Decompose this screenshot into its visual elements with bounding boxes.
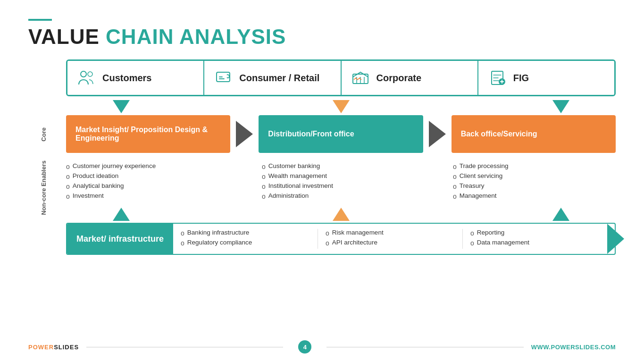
right-arrow-2: [429, 121, 446, 147]
enabler-item: o Trade processing: [453, 162, 611, 170]
customers-icon: [76, 67, 97, 88]
nce-label: Non-core Enablers: [40, 160, 50, 215]
infra-col-2: o Risk management o API architecture: [318, 229, 462, 249]
down-arrow-teal-1: [113, 100, 130, 113]
title-bar: VALUE CHAIN ANALYSIS: [28, 19, 616, 48]
infra-content: o Banking infrastructure o Regulatory co…: [173, 224, 607, 254]
core-box-3: Back office/Servicing: [452, 115, 616, 153]
infra-label: Market/ infrastructure: [67, 224, 173, 254]
up-arrow-col-3: [506, 208, 616, 221]
core-row: Market Insight/ Proposition Design & Eng…: [66, 115, 616, 153]
segment-consumer-retail: Consumer / Retail: [204, 61, 341, 95]
nce-section: Non-core Enablers o Customer journey exp…: [28, 156, 616, 255]
infra-item: o Regulatory compliance: [181, 239, 310, 247]
enabler-item: o Analytical banking: [66, 182, 224, 190]
core-label-container: Core: [28, 115, 66, 153]
title-word2: CHAIN ANALYSIS: [106, 25, 286, 48]
title-accent: [28, 19, 52, 21]
up-arrows-row: [66, 207, 616, 223]
arrow-col-5: [506, 100, 616, 113]
segment-customers: Customers: [67, 61, 204, 95]
enabler-col-1: o Customer journey experience o Product …: [66, 162, 229, 202]
segment-corporate: Corporate: [342, 61, 478, 95]
up-arrow-teal-2: [552, 208, 569, 221]
footer-brand: POWERSLIDES: [28, 344, 79, 351]
svg-rect-2: [217, 72, 230, 82]
enablers-bullets-row: o Customer journey experience o Product …: [66, 156, 616, 207]
footer-line-left: [86, 347, 283, 347]
core-box-2: Distribution/Front office: [259, 115, 423, 153]
infra-col-3: o Reporting o Data management: [462, 229, 607, 249]
arrow-col-3: [286, 100, 396, 113]
up-arrow-orange-1: [333, 208, 350, 221]
segments-row: Customers Consumer / Retail Corporate: [66, 59, 616, 96]
footer-brand-power: POWER: [28, 344, 54, 351]
infra-item: o API architecture: [326, 239, 455, 247]
footer-brand-slides: SLIDES: [54, 344, 79, 351]
footer: POWERSLIDES 4 WWW.POWERSLIDES.COM: [28, 340, 616, 354]
enabler-col-3: o Trade processing o Client servicing o …: [425, 162, 616, 202]
core-box-1: Market Insight/ Proposition Design & Eng…: [66, 115, 230, 153]
nce-label-container: Non-core Enablers: [28, 156, 66, 215]
footer-url: WWW.POWERSLIDES.COM: [531, 344, 616, 351]
enabler-col-2: o Customer banking o Wealth management o…: [229, 162, 425, 202]
segment-consumer-retail-label: Consumer / Retail: [239, 73, 319, 84]
down-arrows-row: [66, 96, 616, 115]
nce-content: o Customer journey experience o Product …: [66, 156, 616, 255]
infra-item: o Banking infrastructure: [181, 229, 310, 237]
core-section: Core Market Insight/ Proposition Design …: [28, 115, 616, 153]
up-arrow-col-1: [66, 208, 176, 221]
segment-customers-label: Customers: [102, 73, 151, 84]
page-title: VALUE CHAIN ANALYSIS: [28, 25, 616, 48]
core-label: Core: [40, 127, 50, 142]
up-arrow-col-2: [286, 208, 396, 221]
arrow-col-1: [66, 100, 176, 113]
slide: VALUE CHAIN ANALYSIS Customers Consumer …: [0, 0, 644, 362]
title-word1: VALUE: [28, 25, 100, 48]
svg-point-1: [88, 72, 92, 76]
arrow-between-2-3: [423, 121, 452, 147]
arrow-between-1-2: [230, 121, 259, 147]
down-arrow-teal-2: [552, 100, 569, 113]
infra-col-1: o Banking infrastructure o Regulatory co…: [173, 229, 318, 249]
enabler-item: o Investment: [66, 192, 224, 200]
fig-icon: [487, 67, 508, 88]
infra-item: o Data management: [470, 239, 600, 247]
enabler-item: o Client servicing: [453, 172, 611, 180]
infra-end-arrow: [607, 224, 624, 254]
footer-line-right: [326, 347, 523, 347]
right-arrow-1: [236, 121, 253, 147]
segment-fig-label: FIG: [513, 73, 529, 84]
enabler-item: o Wealth management: [262, 172, 420, 180]
up-arrow-teal-1: [113, 208, 130, 221]
infra-item: o Reporting: [470, 229, 600, 237]
segment-fig: FIG: [478, 61, 614, 95]
enabler-item: o Product ideation: [66, 172, 224, 180]
infrastructure-bar: Market/ infrastructure o Banking infrast…: [66, 223, 616, 255]
consumer-retail-icon: [213, 67, 234, 88]
enabler-item: o Administration: [262, 192, 420, 200]
enabler-item: o Institutional investment: [262, 182, 420, 190]
infra-item: o Risk management: [326, 229, 455, 237]
enabler-item: o Management: [453, 192, 611, 200]
arrow-col-2: [176, 100, 286, 113]
footer-page-number: 4: [298, 340, 311, 354]
enabler-item: o Customer journey experience: [66, 162, 224, 170]
enabler-item: o Customer banking: [262, 162, 420, 170]
corporate-icon: [350, 67, 371, 88]
up-arrow-spacer-1: [176, 208, 286, 221]
arrow-col-4: [396, 100, 506, 113]
core-boxes-area: Market Insight/ Proposition Design & Eng…: [66, 115, 616, 153]
down-arrow-orange-1: [333, 100, 350, 113]
enabler-item: o Treasury: [453, 182, 611, 190]
segment-corporate-label: Corporate: [376, 73, 422, 84]
up-arrow-spacer-2: [396, 208, 506, 221]
svg-point-0: [81, 71, 86, 77]
